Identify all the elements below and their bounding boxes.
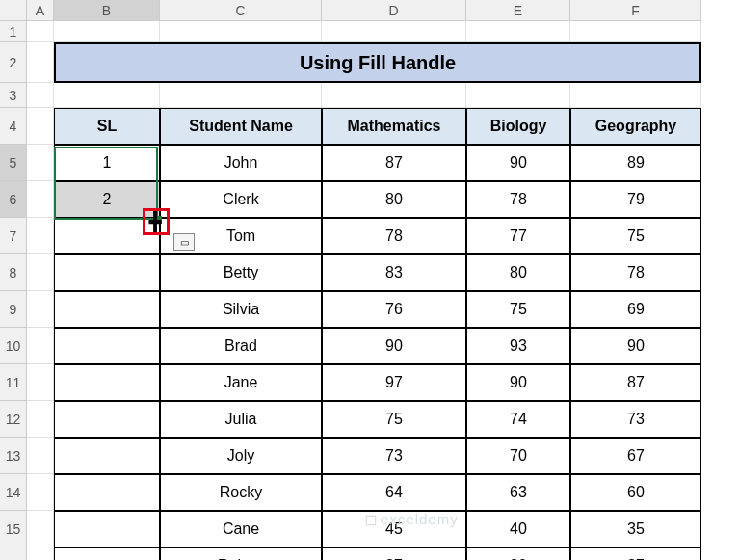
cell-F11[interactable]: 87 [570,364,701,401]
cell-B7[interactable] [54,218,160,254]
cell-B12[interactable] [54,401,160,438]
cell-D14[interactable]: 64 [322,474,466,511]
cell-A12[interactable] [27,401,54,438]
cell-B1[interactable] [54,21,160,42]
cell-B13[interactable] [54,438,160,474]
cell-A7[interactable] [27,218,54,254]
row-header-5[interactable]: 5 [0,145,27,181]
row-header-11[interactable]: 11 [0,364,27,401]
row-header-7[interactable]: 7 [0,218,27,254]
cell-F3[interactable] [570,83,701,108]
col-header-D[interactable]: D [322,0,466,21]
title-cell[interactable]: Using Fill Handle [54,42,701,83]
cell-D6[interactable]: 80 [322,181,466,218]
row-header-13[interactable]: 13 [0,438,27,474]
cell-D10[interactable]: 90 [322,328,466,364]
header-name[interactable]: Student Name [160,108,322,145]
cell-A2[interactable] [27,42,54,83]
cell-C14[interactable]: Rocky [160,474,322,511]
cell-A8[interactable] [27,254,54,291]
cell-C1[interactable] [160,21,322,42]
cell-F14[interactable]: 60 [570,474,701,511]
header-sl[interactable]: SL [54,108,160,145]
cell-E12[interactable]: 74 [466,401,570,438]
cell-B15[interactable] [54,511,160,547]
cell-C11[interactable]: Jane [160,364,322,401]
row-header-12[interactable]: 12 [0,401,27,438]
cell-E7[interactable]: 77 [466,218,570,254]
row-header-1[interactable]: 1 [0,21,27,42]
cell-F13[interactable]: 67 [570,438,701,474]
cell-F5[interactable]: 89 [570,145,701,181]
row-header-8[interactable]: 8 [0,254,27,291]
row-header-3[interactable]: 3 [0,83,27,108]
cell-A13[interactable] [27,438,54,474]
cell-A4[interactable] [27,108,54,145]
cell-B10[interactable] [54,328,160,364]
cell-B5[interactable]: 1 [54,145,160,181]
cell-D8[interactable]: 83 [322,254,466,291]
cell-F15[interactable]: 35 [570,511,701,547]
cell-B6[interactable]: 2 [54,181,160,218]
cell-A9[interactable] [27,291,54,328]
cell-E13[interactable]: 70 [466,438,570,474]
cell-D12[interactable]: 75 [322,401,466,438]
cell-C6[interactable]: Clerk [160,181,322,218]
cell-C13[interactable]: Joly [160,438,322,474]
cell-D11[interactable]: 97 [322,364,466,401]
cell-D1[interactable] [322,21,466,42]
cell-F8[interactable]: 78 [570,254,701,291]
col-header-B[interactable]: B [54,0,160,21]
cell-C5[interactable]: John [160,145,322,181]
col-header-C[interactable]: C [160,0,322,21]
cell-C16[interactable]: Robert [160,547,322,560]
header-bio[interactable]: Biology [466,108,570,145]
cell-A15[interactable] [27,511,54,547]
cell-F16[interactable]: 37 [570,547,701,560]
cell-F7[interactable]: 75 [570,218,701,254]
cell-F6[interactable]: 79 [570,181,701,218]
cell-D15[interactable]: 45 [322,511,466,547]
cell-E16[interactable]: 30 [466,547,570,560]
cell-B3[interactable] [54,83,160,108]
cell-F1[interactable] [570,21,701,42]
row-header-10[interactable]: 10 [0,328,27,364]
cell-A14[interactable] [27,474,54,511]
cell-E15[interactable]: 40 [466,511,570,547]
cell-F12[interactable]: 73 [570,401,701,438]
cell-D3[interactable] [322,83,466,108]
row-header-15[interactable]: 15 [0,511,27,547]
row-header-16[interactable]: 16 [0,547,27,560]
cell-C10[interactable]: Brad [160,328,322,364]
cell-A1[interactable] [27,21,54,42]
cell-E1[interactable] [466,21,570,42]
cell-D7[interactable]: 78 [322,218,466,254]
header-math[interactable]: Mathematics [322,108,466,145]
fill-handle[interactable] [154,216,162,224]
cell-E6[interactable]: 78 [466,181,570,218]
cell-E10[interactable]: 93 [466,328,570,364]
col-header-F[interactable]: F [570,0,701,21]
cell-E11[interactable]: 90 [466,364,570,401]
cell-C9[interactable]: Silvia [160,291,322,328]
cell-D9[interactable]: 76 [322,291,466,328]
cell-B16[interactable] [54,547,160,560]
autofill-options-icon[interactable]: ▭ [173,233,195,251]
spreadsheet-grid[interactable]: A B C D E F 1 2 Using Fill Handle 3 4 SL… [0,0,739,560]
row-header-14[interactable]: 14 [0,474,27,511]
cell-A6[interactable] [27,181,54,218]
cell-B14[interactable] [54,474,160,511]
cell-E5[interactable]: 90 [466,145,570,181]
row-header-4[interactable]: 4 [0,108,27,145]
row-header-6[interactable]: 6 [0,181,27,218]
row-header-2[interactable]: 2 [0,42,27,83]
cell-E9[interactable]: 75 [466,291,570,328]
cell-A5[interactable] [27,145,54,181]
cell-C15[interactable]: Cane [160,511,322,547]
cell-C8[interactable]: Betty [160,254,322,291]
cell-D16[interactable]: 37 [322,547,466,560]
cell-A3[interactable] [27,83,54,108]
cell-E14[interactable]: 63 [466,474,570,511]
cell-A10[interactable] [27,328,54,364]
cell-F10[interactable]: 90 [570,328,701,364]
